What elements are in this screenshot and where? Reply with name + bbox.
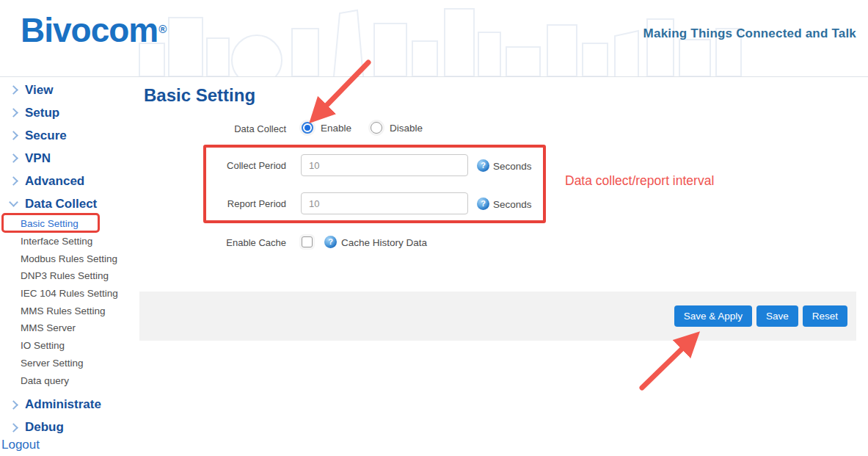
annotation-interval-note: Data collect/report interval <box>565 173 714 189</box>
save-button[interactable]: Save <box>756 305 798 327</box>
collect-period-unit: Seconds <box>493 161 532 172</box>
report-period-unit: Seconds <box>493 199 532 210</box>
help-icon[interactable]: ? <box>477 159 489 172</box>
disable-radio-label: Disable <box>390 123 423 134</box>
chevron-right-icon <box>9 85 18 95</box>
chevron-right-icon <box>9 108 18 117</box>
enable-cache-checkbox[interactable] <box>302 236 313 247</box>
header: Bivocom® Making Things Connected and Tal… <box>0 0 868 77</box>
sidebar-item-label: Data Collect <box>25 197 97 211</box>
help-icon[interactable]: ? <box>324 236 337 248</box>
sidebar-item-view[interactable]: View <box>0 79 141 101</box>
data-collect-submenu: Basic Setting Interface Setting Modbus R… <box>0 215 141 389</box>
sidebar-subitem-io-setting[interactable]: IO Setting <box>0 337 141 355</box>
sidebar-subitem-mms-server[interactable]: MMS Server <box>0 319 141 337</box>
data-collect-label: Data Collect <box>176 123 286 134</box>
sidebar-subitem-mms-rules-setting[interactable]: MMS Rules Setting <box>0 302 141 319</box>
chevron-right-icon <box>9 153 18 163</box>
sidebar-subitem-iec104-rules-setting[interactable]: IEC 104 Rules Setting <box>0 285 141 303</box>
sidebar-subitem-data-query[interactable]: Data query <box>0 372 141 389</box>
sidebar-item-label: Advanced <box>25 174 84 189</box>
action-bar: Save & Apply Save Reset <box>139 292 856 341</box>
help-icon[interactable]: ? <box>477 198 489 210</box>
sidebar-subitem-modbus-rules-setting[interactable]: Modbus Rules Setting <box>0 250 141 267</box>
sidebar-item-label: Debug <box>25 420 64 435</box>
sidebar-subitem-basic-setting[interactable]: Basic Setting <box>0 215 141 233</box>
sidebar-item-setup[interactable]: Setup <box>0 101 141 124</box>
sidebar-item-data-collect[interactable]: Data Collect <box>0 192 141 215</box>
logout-link[interactable]: Logout <box>1 438 40 452</box>
sidebar-nav: View Setup Secure VPN Advanced Data Coll… <box>0 79 141 439</box>
sidebar-item-label: Secure <box>25 129 67 143</box>
chevron-right-icon <box>9 131 18 140</box>
sidebar-item-label: Setup <box>25 106 59 120</box>
chevron-down-icon <box>9 198 18 207</box>
report-period-input[interactable] <box>301 192 468 214</box>
chevron-right-icon <box>9 176 18 186</box>
chevron-right-icon <box>9 400 18 410</box>
collect-period-label: Collect Period <box>176 160 286 171</box>
logo-text: Bivocom <box>21 11 158 49</box>
report-period-label: Report Period <box>176 198 286 209</box>
enable-radio[interactable] <box>302 122 313 134</box>
page-title: Basic Setting <box>144 85 255 106</box>
sidebar-item-secure[interactable]: Secure <box>0 124 141 147</box>
sidebar-subitem-dnp3-rules-setting[interactable]: DNP3 Rules Setting <box>0 267 141 285</box>
data-collect-disable-option: Disable <box>371 122 423 134</box>
sidebar-subitem-interface-setting[interactable]: Interface Setting <box>0 233 141 250</box>
collect-period-input[interactable] <box>301 154 468 176</box>
disable-radio[interactable] <box>371 122 382 134</box>
enable-cache-label: Enable Cache <box>176 237 286 248</box>
sidebar-item-vpn[interactable]: VPN <box>0 147 141 170</box>
sidebar-item-label: View <box>25 83 53 98</box>
data-collect-enable-option: Enable <box>302 122 351 134</box>
bivocom-logo: Bivocom® <box>21 10 165 50</box>
reset-button[interactable]: Reset <box>803 305 847 327</box>
enable-radio-label: Enable <box>321 123 351 134</box>
enable-cache-hint: Cache History Data <box>341 237 427 248</box>
sidebar-item-label: VPN <box>25 151 51 166</box>
sidebar-subitem-server-setting[interactable]: Server Setting <box>0 355 141 372</box>
sidebar-item-label: Administrate <box>25 397 101 412</box>
chevron-right-icon <box>9 423 18 433</box>
save-apply-button[interactable]: Save & Apply <box>674 305 752 327</box>
sidebar-item-administrate[interactable]: Administrate <box>0 394 141 416</box>
sidebar-item-debug[interactable]: Debug <box>0 416 141 439</box>
registered-trademark: ® <box>158 23 166 35</box>
sidebar-item-advanced[interactable]: Advanced <box>0 170 141 192</box>
header-tagline: Making Things Connected and Talk <box>643 26 856 41</box>
